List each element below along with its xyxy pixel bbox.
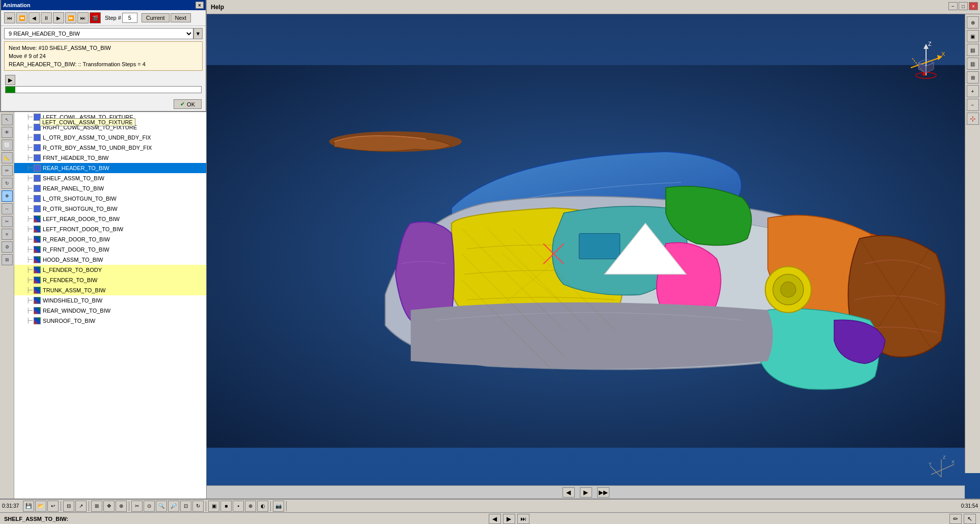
view-tool-button[interactable]: 👁: [2, 127, 13, 138]
tree-item[interactable]: ├─FRNT_HEADER_TO_BIW: [14, 153, 206, 163]
tb-select-button[interactable]: ↗: [75, 501, 87, 512]
tree-connector: ├─: [26, 123, 33, 132]
view-top-button[interactable]: ▤: [967, 44, 979, 56]
window-min-button[interactable]: −: [948, 2, 958, 10]
tb-shade-button[interactable]: ■: [220, 501, 232, 512]
anim-last-button[interactable]: ⏭: [77, 12, 89, 23]
move-select[interactable]: 9 REAR_HEADER_TO_BIW: [4, 28, 193, 39]
bottom-edit-button[interactable]: ✏: [949, 514, 962, 524]
layer-tool-button[interactable]: ≡: [2, 229, 13, 240]
window-close-button[interactable]: ×: [969, 2, 978, 10]
tb-open-button[interactable]: 📂: [35, 501, 46, 512]
tb-cut-button[interactable]: ✂: [131, 501, 143, 512]
cursor-button[interactable]: ⊹: [967, 113, 979, 125]
anim-prev-button[interactable]: ◀: [29, 12, 40, 23]
anim-next-fast-button[interactable]: ⏩: [65, 12, 76, 23]
tree-item[interactable]: ├─R_OTR_BDY_ASSM_TO_UNDR_BDY_FIX: [14, 143, 206, 153]
tree-item[interactable]: ├─LEFT_FRONT_DOOR_TO_BIW: [14, 224, 206, 234]
step-label: Step #: [105, 15, 121, 21]
tb-light-button[interactable]: ◐: [257, 501, 268, 512]
tree-item[interactable]: ├─REAR_HEADER_TO_BIW: [14, 163, 206, 173]
anim-first-button[interactable]: ⏮: [4, 12, 15, 23]
prev-play-button[interactable]: ◀: [563, 487, 575, 498]
silver-underbody: [411, 302, 773, 369]
tree-item[interactable]: ├─L_FENDER_TO_BODY: [14, 265, 206, 275]
analysis-tool-button[interactable]: ⚙: [2, 241, 13, 253]
rotate-tool-button[interactable]: ↻: [2, 178, 13, 189]
edit-tool-button[interactable]: ✏: [2, 165, 13, 176]
tb-move2-button[interactable]: ✥: [103, 501, 115, 512]
svg-text:Y: Y: [929, 461, 932, 466]
view-orient-button[interactable]: ⊕: [967, 16, 979, 29]
tree-item[interactable]: ├─HOOD_ASSM_TO_BIW: [14, 255, 206, 265]
tb-snap-button[interactable]: ⊟: [63, 501, 74, 512]
car-viewport[interactable]: Z X Z X: [207, 14, 972, 499]
tree-item-label: FRNT_HEADER_TO_BIW: [43, 153, 108, 162]
step-input[interactable]: [122, 13, 137, 23]
view-front-button[interactable]: ▣: [967, 30, 979, 42]
view-right-button[interactable]: ▥: [967, 58, 979, 70]
purple-fender: [396, 222, 454, 322]
tb-shade2-button[interactable]: ▪: [233, 501, 244, 512]
ok-button[interactable]: ✔ OK: [174, 99, 202, 109]
tb-wire-button[interactable]: ▣: [208, 501, 219, 512]
current-button[interactable]: Current: [142, 13, 170, 22]
move-tool-button[interactable]: ✥: [2, 190, 13, 202]
move-dropdown-arrow[interactable]: ▼: [193, 28, 203, 39]
tb-orient-button[interactable]: ⊕: [245, 501, 256, 512]
tree-item[interactable]: ├─TRUNK_ASSM_TO_BIW: [14, 285, 206, 295]
zoom-out-button[interactable]: −: [967, 99, 979, 111]
move-dropdown-area: 9 REAR_HEADER_TO_BIW ▼: [4, 28, 203, 39]
anim-next-button[interactable]: ▶: [53, 12, 64, 23]
bottom-play-controls: ◀ ▶ ⏭: [489, 514, 529, 524]
tb-group-button[interactable]: ⊕: [116, 501, 127, 512]
bottom-cursor-button[interactable]: ↖: [964, 514, 976, 524]
select-tool-button[interactable]: ↖: [2, 114, 13, 125]
measure-tool-button[interactable]: 📐: [2, 152, 13, 163]
tree-item[interactable]: ├─R_FRNT_DOOR_TO_BIW: [14, 244, 206, 255]
next-play-button[interactable]: ▶▶: [597, 487, 609, 498]
bottom-prev-button[interactable]: ◀: [489, 514, 501, 524]
tree-item[interactable]: ├─LEFT_COWL_ASSM_TO_FIXTURE: [14, 112, 206, 122]
main-viewport[interactable]: Help: [207, 0, 980, 499]
anim-record-button[interactable]: 🎬: [90, 12, 101, 23]
bottom-next-button[interactable]: ⏭: [517, 514, 529, 524]
extra-tool-button[interactable]: ⊞: [2, 254, 13, 265]
tb-save-button[interactable]: 💾: [23, 501, 34, 512]
car-scene-svg: [207, 14, 972, 499]
tb-zoom-out-button[interactable]: 🔍: [156, 501, 167, 512]
tree-item[interactable]: ├─R_FENDER_TO_BIW: [14, 275, 206, 285]
tree-item[interactable]: ├─SUNROOF_TO_BIW: [14, 316, 206, 326]
tb-grid-button[interactable]: ⊞: [91, 501, 102, 512]
tree-item[interactable]: ├─R_OTR_SHOTGUN_TO_BIW: [14, 204, 206, 214]
tb-back-button[interactable]: ↩: [47, 501, 59, 512]
tree-item[interactable]: ├─REAR_WINDOW_TO_BIW: [14, 306, 206, 316]
fit-all-button[interactable]: ⊞: [967, 71, 979, 84]
tb-copy-button[interactable]: ⊙: [144, 501, 155, 512]
tree-item[interactable]: ├─REAR_PANEL_TO_BIW: [14, 183, 206, 194]
tree-connector: ├─: [26, 153, 33, 162]
bottom-play-button[interactable]: ▶: [503, 514, 515, 524]
tree-item[interactable]: ├─RIGHT_COWL_ASSM_TO_FIXTURE: [14, 122, 206, 132]
next-button[interactable]: Next: [171, 13, 191, 22]
tb-camera-button[interactable]: 📷: [273, 501, 284, 512]
anim-pause-button[interactable]: ⏸: [41, 12, 52, 23]
tb-fit-button[interactable]: ⊡: [180, 501, 191, 512]
zoom-in-button[interactable]: +: [967, 85, 979, 97]
play-button[interactable]: ▶: [580, 487, 592, 498]
zoom-tool-button[interactable]: ⬜: [2, 140, 13, 151]
scale-tool-button[interactable]: ↔: [2, 203, 13, 214]
tree-item[interactable]: ├─L_OTR_BDY_ASSM_TO_UNDR_BDY_FIX: [14, 132, 206, 143]
dialog-close-button[interactable]: ×: [195, 2, 204, 9]
window-restore-button[interactable]: □: [959, 2, 968, 10]
tree-item[interactable]: ├─R_REAR_DOOR_TO_BIW: [14, 234, 206, 244]
item-color-box: [34, 134, 41, 141]
tree-item[interactable]: ├─WINDSHIELD_TO_BIW: [14, 295, 206, 306]
anim-prev-fast-button[interactable]: ⏪: [16, 12, 27, 23]
tb-rotate-button[interactable]: ↻: [192, 501, 204, 512]
tree-item[interactable]: ├─LEFT_REAR_DOOR_TO_BIW: [14, 214, 206, 224]
tree-item[interactable]: ├─L_OTR_SHOTGUN_TO_BIW: [14, 194, 206, 204]
tree-item[interactable]: ├─SHELF_ASSM_TO_BIW: [14, 173, 206, 183]
tb-zoom-in-button[interactable]: 🔎: [168, 501, 179, 512]
clip-tool-button[interactable]: ✂: [2, 216, 13, 227]
